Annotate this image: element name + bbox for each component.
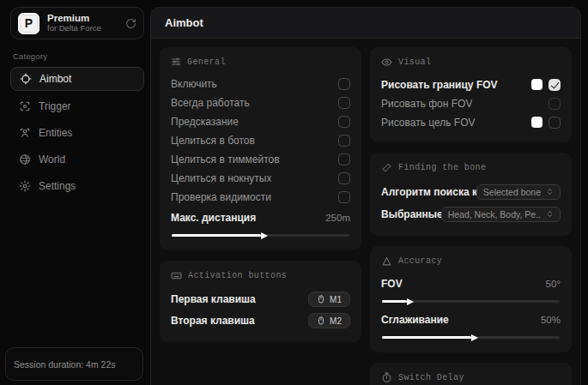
- sidebar-item-entities[interactable]: Entities: [10, 121, 144, 144]
- sidebar-item-world[interactable]: World: [10, 147, 144, 171]
- toggle-row: Целиться в тиммейтов: [171, 150, 350, 168]
- keybind-row: Первая клавиша M1: [171, 289, 350, 310]
- selected-bones-select[interactable]: Head, Neck, Body, Pe..: [441, 207, 561, 222]
- toggle-label: Предсказание: [171, 116, 239, 128]
- fov-control: FOV 50°: [381, 274, 561, 303]
- switch-delay-panel: Switch Delay Задержка переключения Задер…: [370, 363, 572, 385]
- chevrons-up-down-icon: [546, 188, 554, 196]
- app-window: P Premium for Delta Force Category Aimbo…: [0, 0, 588, 385]
- toggle-row: Проверка видимости: [171, 188, 350, 206]
- sidebar-item-trigger[interactable]: Trigger: [10, 94, 144, 117]
- focus-icon: [19, 100, 31, 112]
- mouse-icon: [317, 316, 325, 326]
- activation-buttons-panel: Activation buttons Первая клавиша M1 Вто…: [160, 261, 361, 342]
- slider-fill: [382, 300, 407, 303]
- checkbox[interactable]: [338, 78, 350, 90]
- max-distance-slider[interactable]: [172, 234, 349, 237]
- slider-value: 50%: [541, 315, 561, 325]
- sidebar-item-aimbot[interactable]: Aimbot: [10, 67, 144, 91]
- keyboard-icon: [171, 270, 182, 281]
- checkbox[interactable]: [549, 79, 561, 91]
- keybind-key: M1: [330, 295, 342, 304]
- dropdown-value: Head, Neck, Body, Pe..: [448, 209, 541, 220]
- keybind-label: Вторая клавиша: [171, 315, 255, 327]
- visual-label: Рисовать цель FOV: [381, 117, 476, 129]
- accuracy-panel: Accuracy FOV 50° Сглаживание: [370, 246, 572, 352]
- toggle-label: Целиться в нокнутых: [171, 172, 271, 184]
- triangle-gauge-icon: [381, 256, 392, 267]
- sidebar-item-label: World: [39, 153, 65, 165]
- toggle-label: Включить: [171, 78, 217, 90]
- globe-icon: [19, 153, 31, 165]
- left-column: General Включить Всегда работать Предска…: [160, 47, 361, 342]
- checkbox[interactable]: [338, 191, 350, 203]
- refresh-icon[interactable]: [125, 18, 136, 29]
- timer-icon: [381, 372, 392, 383]
- finding-bone-panel: Finding the bone Алгоритм поиска костей …: [370, 153, 572, 236]
- bone-algorithm-select[interactable]: Selected bone: [476, 184, 561, 200]
- selected-bones-row: Выбранные кости Head, Neck, Body, Pe..: [381, 203, 561, 225]
- brand-initial: P: [25, 16, 33, 30]
- crosshair-icon: [20, 73, 32, 85]
- sidebar-item-settings[interactable]: Settings: [10, 174, 144, 197]
- sidebar: P Premium for Delta Force Category Aimbo…: [0, 0, 150, 385]
- smoothing-control: Сглаживание 50%: [381, 310, 561, 339]
- person-scan-icon: [19, 127, 31, 139]
- chevrons-up-down-icon: [546, 210, 554, 218]
- dropdown-value: Selected bone: [483, 187, 541, 197]
- toggle-row: Всегда работать: [171, 93, 350, 111]
- slider-fill: [382, 336, 471, 339]
- eye-icon: [381, 57, 392, 68]
- brand-logo: P: [18, 13, 39, 34]
- visual-row: Рисовать границу FOV: [381, 75, 561, 93]
- panel-title: Finding the bone: [398, 163, 486, 172]
- toggle-row: Включить: [171, 75, 350, 93]
- smoothing-slider[interactable]: [382, 336, 560, 339]
- visual-panel: Visual Рисовать границу FOV Рисовать фон…: [370, 47, 572, 142]
- general-panel: General Включить Всегда работать Предска…: [160, 47, 361, 250]
- color-swatch[interactable]: [531, 79, 543, 90]
- brand-subtitle: for Delta Force: [47, 24, 118, 33]
- session-duration: Session duration: 4m 22s: [5, 347, 143, 381]
- checkbox[interactable]: [338, 97, 350, 109]
- toggle-row: Целиться в нокнутых: [171, 169, 350, 187]
- main-header: Aimbot: [151, 8, 580, 39]
- slider-label: Сглаживание: [381, 314, 449, 326]
- checkbox[interactable]: [549, 98, 561, 110]
- color-swatch[interactable]: [531, 117, 543, 128]
- session-duration-label: Session duration: 4m 22s: [14, 359, 115, 370]
- gear-icon: [19, 180, 31, 192]
- toggle-row: Предсказание: [171, 112, 350, 130]
- sliders-icon: [171, 57, 181, 67]
- sidebar-item-label: Aimbot: [39, 73, 71, 85]
- main-panel: Aimbot General Включить: [150, 7, 581, 385]
- visual-label: Рисовать границу FOV: [381, 79, 498, 91]
- keybind-button-m1[interactable]: M1: [308, 292, 350, 307]
- bone-algorithm-row: Алгоритм поиска костей Selected bone: [381, 181, 561, 202]
- keybind-button-m2[interactable]: M2: [308, 313, 350, 328]
- panel-title: General: [187, 57, 226, 67]
- panel-title: Accuracy: [398, 256, 442, 266]
- slider-fill: [172, 234, 261, 237]
- checkbox[interactable]: [338, 153, 350, 165]
- category-label: Category: [13, 51, 144, 61]
- keybind-row: Вторая клавиша M2: [171, 310, 350, 331]
- content-columns: General Включить Всегда работать Предска…: [151, 39, 580, 385]
- fov-slider[interactable]: [382, 300, 560, 303]
- toggle-label: Всегда работать: [171, 97, 250, 109]
- dropdown-label: Алгоритм поиска костей: [381, 186, 480, 198]
- checkbox[interactable]: [549, 117, 561, 129]
- keybind-key: M2: [330, 316, 342, 326]
- checkbox[interactable]: [338, 116, 350, 128]
- max-distance-control: Макс. дистанция 250m: [171, 208, 350, 237]
- sidebar-item-label: Entities: [39, 127, 72, 139]
- visual-row: Рисовать фон FOV: [381, 94, 561, 112]
- toggle-label: Целиться в ботов: [171, 135, 255, 147]
- sidebar-item-label: Trigger: [39, 100, 71, 112]
- slider-value: 250m: [325, 213, 350, 223]
- checkbox[interactable]: [338, 135, 350, 147]
- toggle-label: Проверка видимости: [171, 191, 271, 203]
- checkbox[interactable]: [338, 172, 350, 184]
- visual-label: Рисовать фон FOV: [381, 98, 472, 110]
- brand-card: P Premium for Delta Force: [10, 7, 144, 39]
